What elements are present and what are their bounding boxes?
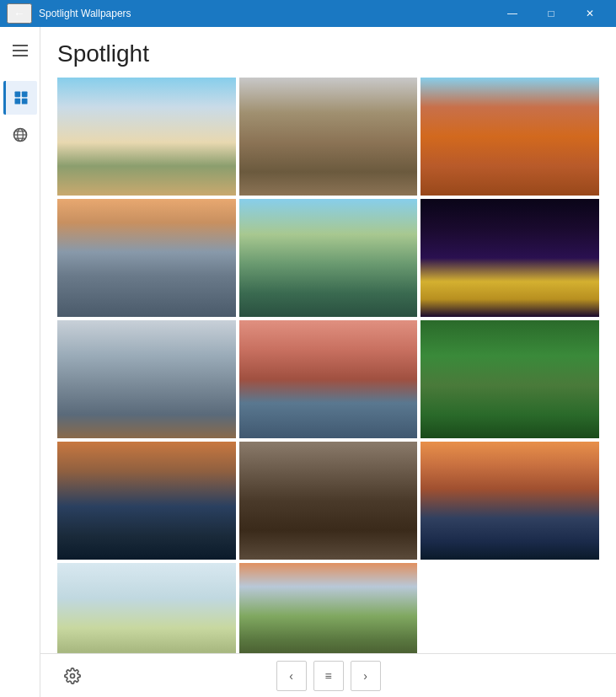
bottom-nav-wrapper: ‹ ≡ › — [54, 654, 603, 698]
title-bar-controls: — □ ✕ — [493, 0, 609, 27]
title-bar-title: Spotlight Wallpapers — [39, 8, 131, 19]
hamburger-line-1 — [13, 45, 28, 46]
minimize-button[interactable]: — — [493, 0, 532, 27]
title-bar: ← Spotlight Wallpapers — □ ✕ — [0, 0, 616, 27]
prev-button[interactable]: ‹ — [276, 661, 307, 691]
gallery-image-7 — [57, 320, 236, 438]
gallery-item[interactable] — [57, 199, 236, 317]
gallery-item[interactable] — [239, 199, 418, 317]
gallery-image-10 — [57, 442, 236, 560]
bottom-nav-center: ‹ ≡ › — [276, 661, 381, 691]
svg-point-9 — [71, 673, 75, 678]
page-title: Spotlight — [57, 40, 599, 67]
app-container: Spotlight ‹ ≡ › — [0, 27, 616, 697]
settings-icon — [64, 668, 81, 684]
gallery-item[interactable] — [239, 563, 418, 653]
gallery-item[interactable] — [420, 442, 599, 560]
gallery-image-12 — [420, 442, 599, 560]
gallery-item[interactable] — [57, 442, 236, 560]
gallery-item[interactable] — [57, 563, 236, 653]
sidebar — [0, 27, 40, 697]
hamburger-line-3 — [13, 55, 28, 56]
gallery-image-2 — [239, 78, 418, 196]
gallery-image-8 — [239, 320, 418, 438]
gallery-item[interactable] — [57, 78, 236, 196]
gallery-image-5 — [239, 199, 418, 317]
close-button[interactable]: ✕ — [570, 0, 609, 27]
hamburger-line-2 — [13, 50, 28, 51]
gallery-image-3 — [420, 78, 599, 196]
gallery-image-9 — [420, 320, 599, 438]
gallery-item[interactable] — [420, 320, 599, 438]
sidebar-item-globe[interactable] — [3, 118, 37, 152]
main-content: Spotlight ‹ ≡ › — [40, 27, 616, 697]
title-bar-back-button[interactable]: ← — [7, 3, 32, 24]
hamburger-menu[interactable] — [3, 34, 37, 67]
gallery-icon — [13, 89, 29, 106]
gallery-image-1 — [57, 78, 236, 196]
gallery-image-11 — [239, 442, 418, 560]
gallery-item[interactable] — [57, 320, 236, 438]
gallery-item[interactable] — [420, 199, 599, 317]
svg-rect-3 — [22, 99, 28, 105]
gallery-image-4 — [57, 199, 236, 317]
settings-button[interactable] — [57, 661, 88, 691]
gallery-image-13 — [57, 563, 236, 653]
gallery-image-14 — [239, 563, 418, 653]
gallery-image-6 — [420, 199, 599, 317]
menu-button[interactable]: ≡ — [313, 661, 344, 691]
maximize-button[interactable]: □ — [532, 0, 570, 27]
gallery-container[interactable] — [40, 78, 616, 653]
gallery-item[interactable] — [420, 78, 599, 196]
svg-rect-0 — [15, 92, 21, 98]
svg-rect-1 — [22, 92, 28, 98]
sidebar-item-gallery[interactable] — [3, 81, 37, 115]
gallery-item[interactable] — [239, 442, 418, 560]
globe-icon — [12, 126, 29, 143]
gallery-grid — [57, 78, 599, 653]
svg-rect-2 — [15, 99, 21, 105]
bottom-nav: ‹ ≡ › — [40, 653, 616, 697]
page-header: Spotlight — [40, 27, 616, 78]
gallery-item[interactable] — [239, 78, 418, 196]
gallery-item[interactable] — [239, 320, 418, 438]
next-button[interactable]: › — [351, 661, 381, 691]
